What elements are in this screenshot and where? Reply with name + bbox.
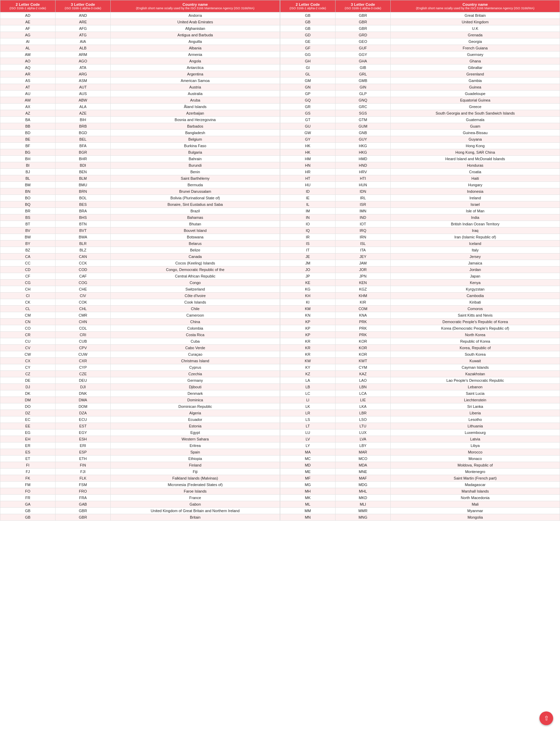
table-row: BDBGDBangladesh [0,130,280,136]
table-row: ILISRIsrael [280,201,560,208]
table-row: GHGHAGhana [280,58,560,64]
table-row: FOFROFaroe Islands [0,488,280,495]
table-row: IRIRNIran (Islamic Republic of) [280,234,560,240]
table-row: BTBTNBhutan [0,221,280,227]
table-row: BEBELBelgium [0,136,280,143]
table-row: BHBHRBahrain [0,156,280,162]
table-row: BOBOLBolivia (Plurinational State of) [0,195,280,201]
table-row: ADANDAndorra [0,12,280,19]
left-col3-header: Country name (English short name ocially… [110,0,280,12]
table-row: KZKAZKazakhstan [280,371,560,377]
table-row: LULUXLuxembourg [280,429,560,436]
table-row: ISISLIceland [280,240,560,247]
table-row: IDIDNIndonesia [280,188,560,195]
table-row: CUCUBCuba [0,338,280,345]
table-row: CVCPVCabo Verde [0,345,280,351]
table-row: IQIRQIraq [280,227,560,234]
table-row: CNCHNChina [0,319,280,325]
table-row: LALAOLao People's Democratic Republic [280,377,560,384]
table-row: BSBHSBahamas [0,214,280,221]
table-row: GMGMBGambia [280,78,560,84]
table-row: BLBLMSaint Barthélemy [0,175,280,182]
table-row: KNKNASaint Kitts and Nevis [280,312,560,319]
table-row: COCOLColombia [0,325,280,332]
table-row: DJDJIDjibouti [0,384,280,390]
table-row: BWBWABotswana [0,234,280,240]
table-row: JEJEYJersey [280,253,560,260]
table-row: BIBDIBurundi [0,162,280,169]
table-row: GNGINGuinea [280,84,560,91]
table-row: MLMLIMali [280,501,560,508]
table-row: EHESHWestern Sahara [0,436,280,442]
table-row: CXCXRChristmas Island [0,358,280,364]
table-row: ALALBAlbania [0,45,280,51]
table-row: BQBESBonaire, Sint Eustatius and Saba [0,201,280,208]
right-col3-header: Country name (English short name ocially… [390,0,560,12]
table-row: BJBENBenin [0,169,280,175]
table-row: BVBVTBouvet Island [0,227,280,234]
table-row: GFGUFFrench Guiana [280,45,560,51]
table-row: KIKIRKiribati [280,299,560,306]
table-row: CWCUWCuraçao [0,351,280,358]
table-row: ECECUEcuador [0,416,280,423]
table-row: HUHUNHungary [280,182,560,188]
table-row: JOJORJordan [280,267,560,273]
table-row: CLCHLChile [0,306,280,312]
table-row: EGEGYEgypt [0,429,280,436]
table-row: LBLBNLebanon [280,384,560,390]
left-col2-header: 3 Letter Code (ISO 3166-1 alpha-3 code) [55,0,110,12]
table-row: AOAGOAngola [0,58,280,64]
table-row: MHMHLMarshall Islands [280,488,560,495]
table-row: LYLBYLibya [280,442,560,449]
table-row: JMJAMJamaica [280,260,560,267]
table-row: DEDEUGermany [0,377,280,384]
table-row: AWABWAruba [0,97,280,104]
table-row: CKCOKCook Islands [0,299,280,306]
table-row: HKHKGHong Kong [280,143,560,149]
table-row: MGMDGMadagascar [280,482,560,488]
table-row: BABIHBosnia and Herzegovina [0,117,280,123]
table-row: KGKGZKyrgyzstan [280,286,560,293]
table-row: ASASMAmerican Samoa [0,78,280,84]
table-row: MNMNGMongolia [280,514,560,521]
table-row: GUGUMGuam [280,123,560,130]
table-row: LTLTULithuania [280,423,560,429]
table-row: BZBLZBelize [0,247,280,253]
table-row: CHCHESwitzerland [0,286,280,293]
table-row: LVLVALatvia [280,436,560,442]
table-row: KMCOMComoros [280,306,560,312]
table-row: GRGRCGreece [280,104,560,110]
table-row: DKDNKDenmark [0,390,280,397]
table-row: KWKWTKuwait [280,358,560,364]
table-row: IMIMNIsle of Man [280,208,560,214]
table-row: CMCMRCameroon [0,312,280,319]
table-row: GBGBRU.K [280,25,560,32]
table-row: IOIOTBritish Indian Ocean Territory [280,221,560,227]
table-row: KPPRKKorea (Democratic People's Republic… [280,325,560,332]
table-row: GEGEOGeorgia [280,38,560,45]
table-row: FJFJIFiji [0,469,280,475]
table-row: AQATAAntarctica [0,64,280,71]
right-col2-header: 3 Letter Code (ISO 3166-1 alpha-3 code) [335,0,390,12]
table-row: GQGNQEquatorial Guinea [280,97,560,104]
table-row: HMHMDHeard Island and McDonald Islands [280,156,560,162]
table-row: BBBRBBarbados [0,123,280,130]
table-row: MDMDAMoldova, Republic of [280,462,560,469]
table-row: AGATGAntigua and Barbuda [0,32,280,38]
table-row: CFCAFCentral African Republic [0,273,280,280]
table-row: KRKORSouth Korea [280,351,560,358]
table-row: KHKHMCambodia [280,293,560,299]
table-row: IEIRLIreland [280,195,560,201]
table-row: BNBRNBrunei Darussalam [0,188,280,195]
right-col1-header: 2 Letter Code (ISO 3166-1 alpha-2 code) [280,0,336,12]
table-row: GYGUYGuyana [280,136,560,143]
table-row: GPGLPGuadeloupe [280,91,560,97]
table-row: CCCCKCocos (Keeling) Islands [0,260,280,267]
table-row: ITITAItaly [280,247,560,253]
table-row: ETETHEthiopia [0,456,280,462]
table-row: ERERIEritrea [0,442,280,449]
table-row: HKHKGHong Kong, SAR China [280,149,560,156]
table-row: GDGRDGrenada [280,32,560,38]
table-row: AEAREUnited Arab Emirates [0,19,280,25]
table-row: AUAUSAustralia [0,91,280,97]
